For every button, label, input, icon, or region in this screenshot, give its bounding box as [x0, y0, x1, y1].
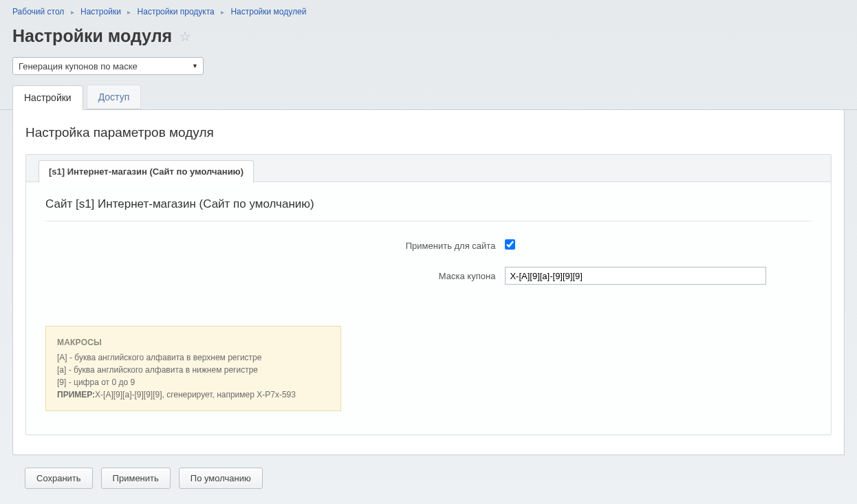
- breadcrumb: Рабочий стол ▸ Настройки ▸ Настройки про…: [0, 0, 857, 21]
- checkbox-apply-for-site[interactable]: [505, 239, 515, 250]
- favorite-star-icon[interactable]: ☆: [179, 30, 191, 43]
- breadcrumb-item-product-settings[interactable]: Настройки продукта: [138, 7, 215, 17]
- macros-title: МАКРОСЫ: [57, 336, 329, 349]
- save-button[interactable]: Сохранить: [25, 468, 93, 489]
- macros-line: [A] - буква английского алфавита в верхн…: [57, 351, 329, 364]
- breadcrumb-item-desktop[interactable]: Рабочий стол: [12, 7, 64, 17]
- buttons-row: Сохранить Применить По умолчанию: [0, 455, 857, 489]
- module-select[interactable]: Генерация купонов по маске: [12, 57, 204, 75]
- section-title: Настройка параметров модуля: [25, 125, 832, 140]
- site-heading: Сайт [s1] Интернет-магазин (Сайт по умол…: [45, 197, 812, 221]
- input-coupon-mask[interactable]: [505, 267, 766, 285]
- chevron-right-icon: ▸: [221, 8, 224, 16]
- macros-help-box: МАКРОСЫ [A] - буква английского алфавита…: [45, 326, 341, 411]
- breadcrumb-item-module-settings[interactable]: Настройки модулей: [230, 7, 306, 17]
- tabs: Настройки Доступ: [0, 85, 857, 110]
- inner-tabs: [s1] Интернет-магазин (Сайт по умолчанию…: [26, 155, 831, 182]
- breadcrumb-item-settings[interactable]: Настройки: [80, 7, 121, 17]
- label-apply-for-site: Применить для сайта: [45, 241, 505, 251]
- content-panel: Настройка параметров модуля [s1] Интерне…: [12, 110, 845, 455]
- tab-settings[interactable]: Настройки: [12, 85, 83, 110]
- macros-example: ПРИМЕР:X-[A][9][a]-[9][9][9], сгенерируе…: [57, 388, 329, 401]
- defaults-button[interactable]: По умолчанию: [179, 468, 263, 489]
- apply-button[interactable]: Применить: [101, 468, 171, 489]
- inner-card: [s1] Интернет-магазин (Сайт по умолчанию…: [25, 154, 832, 435]
- tab-access[interactable]: Доступ: [87, 85, 142, 109]
- macros-line: [a] - буква английского алфавита в нижне…: [57, 364, 329, 376]
- chevron-right-icon: ▸: [71, 8, 74, 16]
- chevron-right-icon: ▸: [127, 8, 131, 16]
- page-title: Настройки модуля: [12, 26, 172, 46]
- inner-tab-site-s1[interactable]: [s1] Интернет-магазин (Сайт по умолчанию…: [39, 160, 254, 182]
- macros-line: [9] - цифра от 0 до 9: [57, 376, 329, 388]
- label-coupon-mask: Маска купона: [45, 271, 505, 281]
